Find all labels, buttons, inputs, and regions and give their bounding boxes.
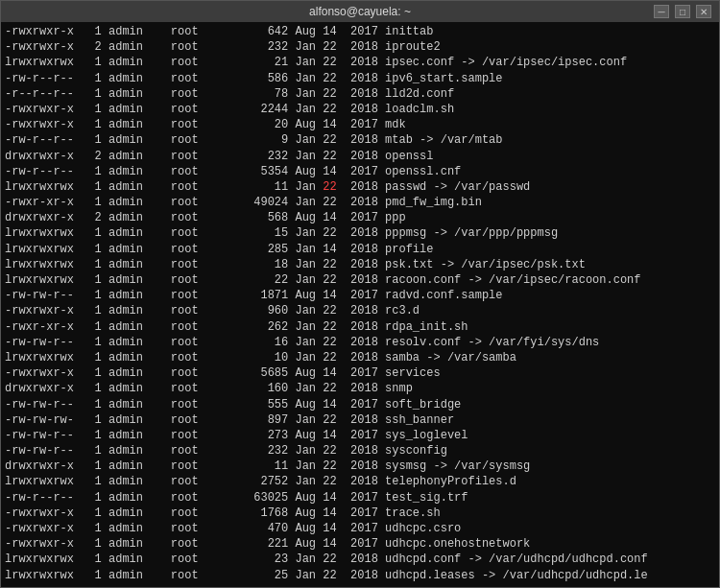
terminal-line: -rw-rw-r-- 1 admin root 273 Aug 14 2017 … [5,428,715,443]
terminal-line: drwxrwxr-x 1 admin root 11 Jan 22 2018 s… [5,459,715,474]
terminal-line: lrwxrwxrwx 1 admin root 285 Jan 14 2018 … [5,242,715,257]
terminal-line: -rwxr-xr-x 1 admin root 262 Jan 22 2018 … [5,319,715,335]
window-controls[interactable]: ─ □ ✕ [654,5,711,18]
terminal-line: -rw-r--r-- 1 admin root 5354 Aug 14 2017… [5,164,715,179]
terminal-line: lrwxrwxrwx 1 admin root 11 Jan 22 2018 p… [5,179,715,195]
terminal-line: -r--r--r-- 1 admin root 78 Jan 22 2018 l… [5,86,715,102]
maximize-button[interactable]: □ [675,5,690,18]
terminal-line: lrwxrwxrwx 1 admin root 18 Jan 22 2018 p… [5,257,715,272]
highlight-text: 22 [323,180,336,194]
terminal-line: -rw-r--r-- 1 admin root 9 Jan 22 2018 mt… [5,132,715,148]
minimize-button[interactable]: ─ [654,5,669,18]
terminal-line: lrwxrwxrwx 1 admin root 2752 Jan 22 2018… [5,474,715,489]
terminal-line: -rwxrwxr-x 1 admin root 470 Aug 14 2017 … [5,521,715,536]
terminal-line: -rwxrwxr-x 1 admin root 5685 Aug 14 2017… [5,365,715,381]
terminal-line: -rw-rw-rw- 1 admin root 897 Jan 22 2018 … [5,412,715,428]
terminal-line: -rw-r--r-- 1 admin root 63025 Aug 14 201… [5,490,715,506]
terminal-line: lrwxrwxrwx 1 admin root 25 Jan 22 2018 u… [5,568,715,583]
terminal-line: drwxrwxr-x 2 admin root 568 Aug 14 2017 … [5,210,715,225]
terminal-line: -rw-r--r-- 1 admin root 586 Jan 22 2018 … [5,71,715,86]
terminal-line: drwxrwxr-x 2 admin root 232 Jan 22 2018 … [5,149,715,164]
terminal-line: lrwxrwxrwx 1 admin root 22 Jan 22 2018 r… [5,272,715,288]
terminal-line: -rwxrwxr-x 1 admin root 20 Aug 14 2017 m… [5,117,715,132]
terminal-line: -rwxrwxr-x 1 admin root 221 Aug 14 2017 … [5,536,715,552]
terminal-line: -rwxrwxr-x 2 admin root 232 Jan 22 2018 … [5,39,715,55]
terminal-line: -rw-rw-r-- 1 admin root 555 Aug 14 2017 … [5,397,715,412]
terminal-line: -rwxrwxr-x 1 admin root 642 Aug 14 2017 … [5,24,715,39]
window-title: alfonso@cayuela: ~ [309,5,411,18]
terminal-line: lrwxrwxrwx 1 admin root 23 Jan 22 2018 u… [5,552,715,567]
titlebar: alfonso@cayuela: ~ ─ □ ✕ [1,1,719,22]
terminal-line: -rwxr-xr-x 1 admin root 49024 Jan 22 201… [5,195,715,210]
terminal-body[interactable]: -rwxrwxr-x 1 admin root 642 Aug 14 2017 … [1,22,719,587]
terminal-line: drwxrwxr-x 1 admin root 160 Jan 22 2018 … [5,381,715,396]
terminal-line: -rw-rw-r-- 1 admin root 16 Jan 22 2018 r… [5,335,715,350]
terminal-line: lrwxrwxrwx 1 admin root 21 Jan 22 2018 i… [5,55,715,70]
terminal-line: -rwxrwxr-x 1 admin root 960 Jan 22 2018 … [5,303,715,318]
terminal-line: lrwxrwxrwx 1 admin root 15 Jan 22 2018 p… [5,225,715,241]
close-button[interactable]: ✕ [696,5,711,18]
terminal-window: alfonso@cayuela: ~ ─ □ ✕ -rwxrwxr-x 1 ad… [0,0,720,588]
terminal-line: -rw-rw-r-- 1 admin root 232 Jan 22 2018 … [5,443,715,459]
terminal-line: lrwxrwxrwx 1 admin root 10 Jan 22 2018 s… [5,350,715,365]
terminal-line: -rwxrwxr-x 1 admin root 1768 Aug 14 2017… [5,506,715,521]
terminal-line: -rwxrwxr-x 1 admin root 2244 Jan 22 2018… [5,102,715,117]
terminal-line: ases [5,583,715,587]
terminal-line: -rw-rw-r-- 1 admin root 1871 Aug 14 2017… [5,288,715,303]
